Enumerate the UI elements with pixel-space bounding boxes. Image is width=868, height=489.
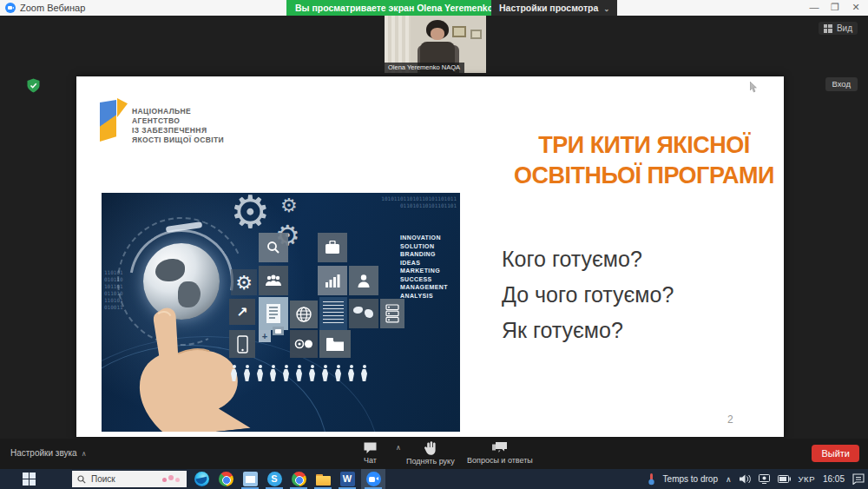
binary-code-decoration: 101011011010110101101011 011010110101101… — [381, 195, 457, 209]
chat-button[interactable]: Чат — [363, 441, 378, 465]
maximize-button[interactable]: ❐ — [826, 0, 844, 16]
blossom-decoration — [161, 474, 183, 484]
speaker-video-thumbnail[interactable]: Olena Yeremenko NAQA — [385, 16, 486, 73]
naqa-logo-text: НАЦІОНАЛЬНЕ АГЕНТСТВО ІЗ ЗАБЕЗПЕЧЕННЯ ЯК… — [132, 107, 224, 145]
view-settings-button[interactable]: Настройки просмотра⌄ — [491, 0, 617, 16]
search-icon — [259, 233, 288, 262]
search-placeholder: Поиск — [91, 474, 115, 484]
skype-icon: S — [267, 472, 282, 486]
battery-icon[interactable] — [778, 475, 791, 483]
taskbar-app-chrome[interactable] — [214, 469, 238, 489]
gear-icon: ⚙ — [280, 195, 298, 216]
action-center-icon[interactable] — [852, 473, 865, 485]
question-line: Кого готуємо? — [502, 241, 674, 277]
qa-button[interactable]: Вопросы и ответы — [467, 441, 533, 465]
chrome-icon — [292, 472, 306, 486]
team-icon — [259, 266, 288, 295]
text-tile — [319, 297, 347, 330]
qa-bubbles-icon — [491, 441, 508, 454]
gear-icon: ⚙ — [230, 193, 271, 238]
mail-icon — [243, 472, 258, 486]
view-mode-button[interactable]: Вид — [819, 22, 858, 35]
slide-page-number: 2 — [727, 413, 733, 426]
wall-picture — [452, 26, 466, 37]
window-title-bar: Zoom Вебинар Вы просматриваете экран Ole… — [0, 0, 868, 16]
chevron-down-icon: ⌄ — [603, 5, 609, 13]
keyword-list: INNOVATION SOLUTION BRANDING IDEAS MARKE… — [400, 234, 448, 300]
join-button[interactable]: Вход — [825, 77, 858, 91]
chrome-icon — [219, 472, 233, 486]
people-row-icon — [230, 365, 368, 382]
security-shield-icon[interactable] — [26, 78, 41, 93]
meeting-controls-bar: Настройки звука∧ Чат ∧ Поднять руку Вопр… — [0, 439, 868, 469]
taskbar-app-word[interactable]: W — [335, 469, 359, 489]
naqa-logo — [100, 98, 126, 142]
start-button[interactable] — [23, 472, 36, 486]
file-explorer-icon — [316, 474, 331, 486]
taskbar-app-zoom[interactable] — [361, 469, 385, 489]
word-icon: W — [340, 472, 355, 486]
language-indicator[interactable]: УКР — [799, 474, 815, 484]
raise-hand-button[interactable]: Поднять руку — [406, 441, 455, 466]
camera-tile — [273, 327, 284, 335]
hand-icon — [424, 441, 437, 455]
slide-question-list: Кого готуємо? До чого готуємо? Як готуєм… — [502, 241, 674, 348]
chat-bubble-icon — [363, 441, 378, 454]
chat-options-caret[interactable]: ∧ — [396, 444, 401, 452]
taskbar-app-edge[interactable] — [189, 469, 214, 489]
world-map-icon — [349, 299, 378, 328]
weather-text[interactable]: Temps to drop — [663, 474, 718, 484]
gear-icon: ⚙ — [231, 269, 257, 295]
window-title: Zoom Вебинар — [20, 0, 85, 16]
thermometer-icon — [648, 472, 655, 486]
question-line: До чого готуємо? — [502, 277, 674, 313]
settings-knobs-icon — [290, 330, 318, 358]
meeting-content-area: Olena Yeremenko NAQA Запись Вид Вход НАЦ… — [0, 16, 868, 439]
question-line: Як готуємо? — [502, 313, 674, 348]
speaker-face — [431, 28, 444, 40]
participant-name-tag: Olena Yeremenko NAQA — [385, 63, 464, 73]
taskbar-app-chrome-2[interactable] — [286, 469, 311, 489]
slide-title: ТРИ КИТИ ЯКІСНОЇ ОСВІТНЬОЇ ПРОГРАМИ — [506, 130, 782, 191]
hidden-icons-caret[interactable]: ∧ — [726, 475, 732, 484]
wall-picture — [470, 30, 482, 39]
minimize-button[interactable]: — — [806, 0, 823, 16]
bar-chart-icon — [318, 266, 347, 295]
grid-view-icon — [824, 24, 832, 33]
mouse-cursor — [750, 82, 758, 93]
taskbar-app-mail[interactable] — [238, 469, 262, 489]
leave-meeting-button[interactable]: Выйти — [812, 445, 859, 462]
slide-stock-image: 101011011010110101101011 011010110101101… — [102, 193, 460, 432]
folder-icon — [319, 330, 351, 358]
document-list-icon — [259, 297, 288, 330]
taskbar-app-explorer[interactable] — [311, 469, 335, 489]
chevron-up-icon: ∧ — [82, 450, 87, 458]
zoom-app-icon — [5, 3, 16, 13]
speaker-icon[interactable] — [740, 474, 751, 484]
taskbar-app-skype[interactable]: S — [262, 469, 286, 489]
growth-arrow-icon: ↗ — [229, 299, 255, 325]
audio-settings-button[interactable]: Настройки звука∧ — [10, 448, 87, 458]
close-button[interactable]: ✕ — [847, 0, 865, 16]
search-icon — [77, 475, 86, 484]
plus-tile: + — [259, 330, 271, 342]
globe-grid-icon — [290, 301, 318, 328]
system-tray: Temps to drop ∧ УКР 16:05 — [648, 469, 865, 489]
windows-taskbar: Поиск S W Temps to drop ∧ — [0, 469, 868, 489]
zoom-app-icon — [366, 472, 381, 486]
screen-share-icon[interactable] — [759, 474, 770, 484]
taskbar-search-input[interactable]: Поиск — [72, 471, 187, 487]
clock[interactable]: 16:05 — [823, 474, 845, 484]
briefcase-icon — [318, 233, 347, 262]
smartphone-icon — [229, 330, 255, 358]
server-icon — [380, 299, 404, 328]
edge-icon — [194, 472, 209, 486]
person-icon — [349, 266, 378, 295]
presentation-slide: НАЦІОНАЛЬНЕ АГЕНТСТВО ІЗ ЗАБЕЗПЕЧЕННЯ ЯК… — [76, 76, 784, 437]
